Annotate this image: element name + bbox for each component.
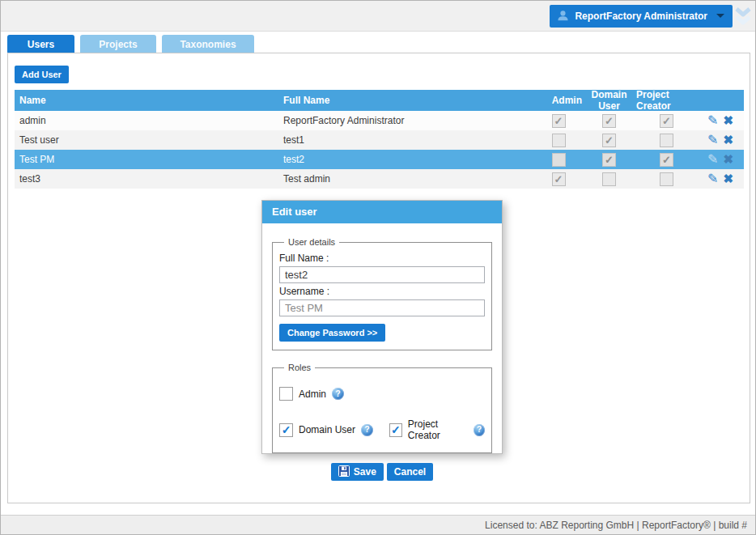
username-label: Username : (279, 286, 485, 297)
table-row[interactable]: Test PM test2 ✓ ✓ ✎ ✖ (15, 150, 744, 169)
column-header-domain-user: Domain User (582, 89, 636, 112)
save-button[interactable]: Save (331, 463, 384, 481)
role-project-creator: ✓ Project Creator ? (389, 418, 485, 441)
delete-x-icon[interactable]: ✖ (723, 153, 733, 166)
full-name-label: Full Name : (279, 253, 485, 264)
dialog-title: Edit user (262, 201, 502, 223)
domain-user-checkbox (602, 172, 616, 186)
column-header-project-creator: Project Creator (636, 89, 697, 112)
admin-role-checkbox[interactable] (279, 387, 293, 401)
tab-projects[interactable]: Projects (80, 35, 156, 53)
edit-pencil-icon[interactable]: ✎ (707, 172, 718, 185)
admin-checkbox (552, 153, 566, 167)
chevron-down-icon (716, 14, 724, 18)
expand-double-chevron-icon[interactable] (733, 4, 754, 28)
tab-taxonomies[interactable]: Taxonomies (162, 35, 254, 53)
table-row[interactable]: test3 Test admin ✓ ✎ ✖ (15, 169, 744, 189)
roles-row-2: ✓ Domain User ? ✓ Project Creator ? (279, 418, 485, 441)
table-body: admin ReportFactory Administrator ✓ ✓ ✓ … (15, 111, 744, 189)
admin-checkbox: ✓ (552, 172, 566, 186)
project-creator-role-label: Project Creator (408, 418, 468, 441)
project-creator-help-icon[interactable]: ? (474, 424, 485, 436)
person-icon (557, 10, 569, 22)
delete-x-icon[interactable]: ✖ (723, 134, 733, 146)
cancel-button[interactable]: Cancel (387, 463, 433, 481)
project-creator-role-checkbox[interactable]: ✓ (389, 423, 402, 437)
cell-name: Test PM (15, 154, 282, 165)
roles-legend: Roles (284, 363, 315, 372)
domain-user-checkbox: ✓ (602, 134, 616, 147)
cell-admin (535, 153, 582, 167)
cell-actions: ✎ ✖ (697, 172, 744, 185)
cell-domain-user: ✓ (582, 134, 636, 147)
edit-pencil-icon[interactable]: ✎ (707, 134, 718, 146)
admin-role-label: Admin (299, 389, 326, 400)
admin-checkbox: ✓ (552, 114, 566, 128)
domain-user-checkbox: ✓ (602, 114, 616, 128)
app-window: ReportFactory Administrator Users Projec… (0, 0, 756, 535)
save-button-label: Save (354, 466, 376, 478)
table-row[interactable]: Test user test1 ✓ ✎ ✖ (15, 130, 744, 150)
role-admin: Admin ? (279, 387, 344, 401)
project-creator-checkbox: ✓ (660, 114, 673, 128)
users-table: Name Full Name Admin Domain User Project… (15, 90, 744, 189)
edit-pencil-icon[interactable]: ✎ (707, 114, 718, 127)
footer: Licensed to: ABZ Reporting GmbH | Report… (1, 515, 755, 534)
cell-name: admin (15, 115, 282, 126)
column-header-full-name: Full Name (282, 95, 535, 106)
column-header-admin: Admin (535, 95, 582, 106)
roles-row-1: Admin ? (279, 387, 485, 401)
top-bar: ReportFactory Administrator (1, 1, 755, 32)
cell-project-creator: ✓ (636, 114, 697, 128)
delete-x-icon[interactable]: ✖ (723, 114, 733, 127)
table-header-row: Name Full Name Admin Domain User Project… (15, 90, 744, 111)
domain-user-help-icon[interactable]: ? (361, 424, 373, 436)
change-password-button[interactable]: Change Password >> (279, 324, 385, 342)
project-creator-checkbox (660, 172, 673, 186)
delete-x-icon[interactable]: ✖ (723, 172, 733, 185)
floppy-disk-icon (338, 465, 350, 479)
user-details-fieldset: User details Full Name : Username : Chan… (272, 237, 492, 350)
cell-actions: ✎ ✖ (697, 153, 744, 166)
roles-fieldset: Roles Admin ? ✓ Domain User ? ✓ Project … (272, 363, 492, 453)
cell-project-creator: ✓ (636, 153, 697, 167)
cell-actions: ✎ ✖ (697, 134, 744, 146)
column-header-name: Name (15, 95, 282, 106)
cell-full-name: test2 (282, 154, 535, 165)
dialog-buttons: Save Cancel (262, 463, 502, 481)
domain-user-role-label: Domain User (299, 424, 355, 435)
cell-project-creator (636, 134, 697, 147)
table-row[interactable]: admin ReportFactory Administrator ✓ ✓ ✓ … (15, 111, 744, 130)
add-user-button[interactable]: Add User (15, 66, 69, 83)
cell-full-name: ReportFactory Administrator (282, 115, 535, 126)
user-menu-label: ReportFactory Administrator (575, 11, 707, 22)
cell-project-creator (636, 172, 697, 186)
cell-name: Test user (15, 134, 282, 146)
domain-user-checkbox: ✓ (602, 153, 616, 167)
tab-users[interactable]: Users (7, 35, 74, 53)
admin-checkbox (552, 134, 566, 147)
cell-admin (535, 134, 582, 147)
admin-help-icon[interactable]: ? (332, 388, 344, 400)
project-creator-checkbox: ✓ (660, 153, 673, 167)
license-text: Licensed to: ABZ Reporting GmbH | Report… (485, 520, 747, 531)
edit-user-dialog: Edit user User details Full Name : Usern… (261, 200, 503, 454)
cancel-button-label: Cancel (394, 466, 426, 478)
cell-admin: ✓ (535, 114, 582, 128)
edit-pencil-icon[interactable]: ✎ (707, 153, 718, 166)
role-domain-user: ✓ Domain User ? (279, 423, 389, 437)
cell-domain-user: ✓ (582, 153, 636, 167)
cell-full-name: test1 (282, 134, 535, 146)
project-creator-checkbox (660, 134, 673, 147)
cell-admin: ✓ (535, 172, 582, 186)
full-name-input[interactable] (279, 266, 485, 283)
user-menu-button[interactable]: ReportFactory Administrator (550, 5, 733, 28)
cell-domain-user: ✓ (582, 114, 636, 128)
domain-user-role-checkbox[interactable]: ✓ (279, 423, 293, 437)
cell-full-name: Test admin (282, 173, 535, 185)
cell-domain-user (582, 172, 636, 186)
cell-name: test3 (15, 173, 282, 185)
username-input (279, 299, 485, 316)
user-details-legend: User details (284, 237, 339, 247)
tab-bar: Users Projects Taxonomies (7, 35, 254, 53)
